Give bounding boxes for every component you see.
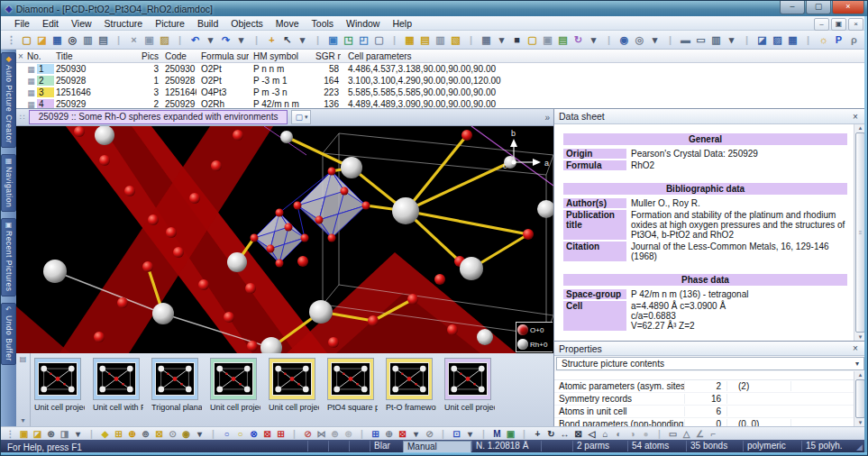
triangle-icon[interactable]: △ [680,428,693,440]
coordination-icon[interactable]: ⊙ [166,428,179,440]
destroy-caret-icon[interactable]: ▾ [409,428,423,440]
zoom-tool-icon[interactable]: ◎ [632,32,647,48]
chevron-down-icon[interactable]: ▾ [855,360,859,368]
render-icon[interactable]: ■ [509,32,525,48]
rotate-icon[interactable]: ↻ [544,428,558,440]
ring-yellow-icon[interactable]: ○ [233,428,247,440]
view-back-icon[interactable]: ◁ [585,428,598,440]
bond-sphere-icon[interactable]: ⊚ [328,428,342,440]
picture-view-icon[interactable]: ▣ [325,32,341,48]
menu-item[interactable]: Objects [224,18,270,29]
mdi-restore-button[interactable]: ▣ [831,18,846,31]
structure-row[interactable]: ▦ 2 250928 1 250928 O2Pt P -3 m 1 164 3.… [16,75,864,87]
thumbnail-frame[interactable] [269,358,315,400]
crystal-structure-view[interactable]: b a c O+0 Rh+0 [16,126,553,353]
picture-split-icon[interactable]: ◰ [356,32,371,48]
diagram-icon[interactable]: ◪ [754,32,770,48]
bond-sphere2-icon[interactable]: ⊛ [342,428,355,440]
molecule-m-icon[interactable]: M [490,428,504,440]
destroy-icon[interactable]: ⊠ [396,428,409,440]
thumbnail-frame[interactable] [444,358,491,400]
column-hm[interactable]: HM symbol [249,51,314,61]
grid-caret-icon[interactable]: ▾ [494,32,509,48]
column-formula[interactable]: Formula sum [196,51,249,61]
property-row[interactable]: Symmetry records 16 [554,393,854,406]
thumb-scroll-down-icon[interactable]: ▾ [21,416,24,424]
picture-tools-icon[interactable]: ⊛ [44,428,58,440]
layout-wide-icon[interactable]: ▬ [678,32,693,48]
photo-icon[interactable]: ▣ [504,428,517,440]
add-atoms-icon[interactable]: ⊕ [125,428,139,440]
move-icon[interactable]: + [531,428,544,440]
web-icon[interactable]: ◉ [617,32,632,48]
menu-item[interactable]: Build [191,18,224,29]
active-picture-tab[interactable]: 250929 :: Some Rh-O spheres expanded wit… [29,110,288,124]
thumbnail[interactable]: Unit cell projec... [444,358,495,426]
structure-row[interactable]: ▦ 1 250930 3 250930 O2Pt P n n m 58 4.48… [16,63,864,75]
menu-item[interactable]: Move [270,18,306,29]
tab-grip-icon[interactable]: ∷ [20,113,25,122]
animate-icon[interactable]: ◑ [626,428,639,440]
undo-caret-icon[interactable]: ▾ [203,32,218,48]
menu-item[interactable]: Structure [98,18,150,29]
thumbnail-frame[interactable] [34,358,81,400]
layout-grid-icon[interactable]: ▥ [708,32,724,48]
table-header[interactable]: × No. Title Pics Code Formula sum HM sym… [16,50,864,63]
polyhedra-icon[interactable]: ◆ [98,428,112,440]
properties-header[interactable]: Properties × [554,342,866,356]
mdi-close-button[interactable]: × [848,18,863,31]
lattice-expand-icon[interactable]: ⊞ [274,428,288,440]
thumbnail[interactable]: Unit cell with P... [93,358,143,426]
packing-caret-icon[interactable]: ▾ [463,428,477,440]
column-title[interactable]: Title [54,51,137,61]
structure-row[interactable]: ▦ 3 1251646 3 1251646 O4Pt3 P m -3 n 223… [16,87,864,98]
column-no[interactable]: No. [25,51,54,61]
data-sheet-icon[interactable]: ▤ [417,32,433,48]
unit-cell-icon[interactable]: ⊞ [369,428,382,440]
column-code[interactable]: Code [160,51,196,61]
fill-caret-icon[interactable]: ▾ [193,428,206,440]
paste-icon[interactable]: ▨ [157,32,172,48]
origin-icon[interactable]: ⊕ [382,428,396,440]
fe-bond-icon[interactable]: ⊘ [423,428,436,440]
property-row[interactable]: Atoms in unit cell 6 [554,406,854,418]
close-panel-icon[interactable]: × [849,112,862,122]
powder-pattern-icon[interactable]: ▨ [770,32,785,48]
scroll-up-icon[interactable]: ▴ [859,371,863,378]
thumbnail-frame[interactable] [327,358,374,400]
new-document-icon[interactable]: ▢ [19,32,34,48]
picture-new-view-icon[interactable]: ◳ [341,32,356,48]
structure-row[interactable]: ▦ 4 250929 2 250929 O2Rh P 42/m n m 136 … [16,98,864,109]
properties-selector[interactable]: Structure picture contents ▾ [556,357,864,370]
menu-item[interactable]: Picture [149,18,191,29]
scroll-down-icon[interactable]: ▾ [859,333,863,341]
pointer-caret-icon[interactable]: ▾ [295,32,310,48]
cluster-icon[interactable]: ⊠ [152,428,166,440]
view-filter-icon[interactable]: ◨ [58,428,71,440]
copy-picture-icon[interactable]: ▣ [540,32,555,48]
layout-caret-icon[interactable]: ▾ [724,32,739,48]
properties-icon[interactable]: P [831,32,846,48]
export-picture-icon[interactable]: ▤ [555,32,571,48]
thumbnail[interactable]: Trigonal planar... [151,358,202,426]
pointer-mode-icon[interactable]: ↖ [279,32,295,48]
property-row[interactable]: Atomic parameters (asym. sites) 2 (2) [554,380,854,393]
redo-icon[interactable]: ↷ [218,32,233,48]
atom-group-icon[interactable]: ⊞ [112,428,125,440]
history-caret-icon[interactable]: ▾ [586,32,601,48]
tips-icon[interactable]: ☼ [816,32,831,48]
title-bar[interactable]: ◆ Diamond - [PCD-PtO2_Pt3O4_RhO2.diamdoc… [1,1,867,16]
picture-blank-icon[interactable]: ▢ [371,32,387,48]
menu-item[interactable]: Window [340,18,386,29]
redo-caret-icon[interactable]: ▾ [233,32,249,48]
thumbnail-frame[interactable] [210,358,257,400]
print-preview-icon[interactable]: ▥ [80,32,96,48]
layout-frame-icon[interactable]: ▭ [693,32,708,48]
angles-table-icon[interactable]: ▧ [448,32,463,48]
thumbnail-frame[interactable] [151,358,198,400]
data-table-icon[interactable]: ▦ [402,32,417,48]
property-row[interactable]: Bond parameters (non-bonding contacts, …… [554,418,854,426]
menu-item[interactable]: File [8,18,36,29]
minimize-button[interactable]: – [780,1,805,14]
menu-item[interactable]: Help [386,18,418,29]
